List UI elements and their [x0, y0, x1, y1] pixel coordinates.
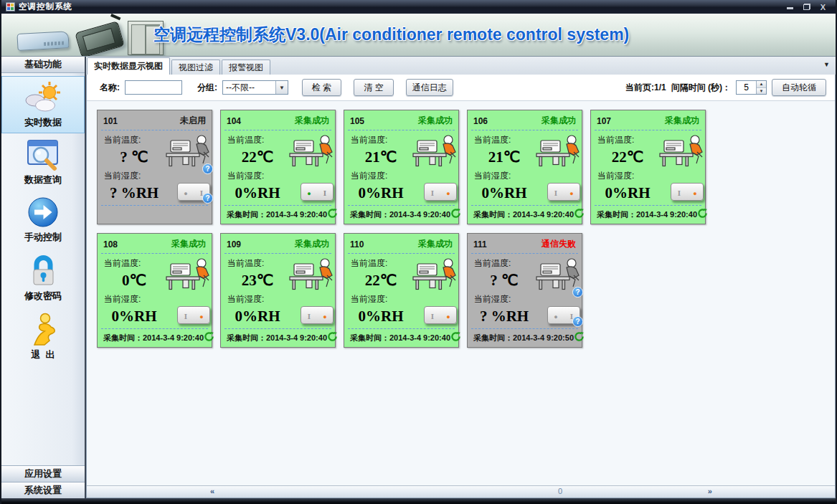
spinner-up-icon[interactable]: ▲ [757, 81, 766, 88]
humidity-label: 当前湿度: [473, 292, 536, 306]
device-id: 105 [350, 116, 364, 126]
switch-icon-wrap: ? [547, 306, 580, 324]
air-conditioner-icon [412, 257, 457, 292]
sidebar-item-exit[interactable]: 退 出 [1, 307, 85, 366]
search-button[interactable]: 检 索 [302, 79, 341, 96]
power-switch[interactable] [547, 183, 580, 201]
device-card[interactable]: 101 未启用 当前温度: ? ℃ 当前湿度: ? %RH [97, 110, 212, 224]
name-input[interactable] [125, 80, 182, 95]
switch-icon-wrap: ? [177, 183, 210, 201]
power-switch[interactable] [177, 306, 210, 324]
refresh-icon-wrap[interactable] [450, 331, 461, 345]
collect-time: 采集时间：2014-3-4 9:20:40 [350, 333, 450, 343]
sidebar-item-manual-control[interactable]: 手动控制 [1, 191, 85, 248]
interval-input[interactable] [737, 81, 756, 94]
device-icons: ? ? [289, 256, 334, 328]
status-badge: 采集成功 [665, 115, 699, 127]
pager-last-icon[interactable]: » [708, 487, 712, 495]
temp-label: 当前温度: [226, 133, 289, 147]
card-header: 109 采集成功 [226, 237, 330, 253]
temp-value: 23℃ [226, 270, 289, 292]
temp-label: 当前温度: [473, 133, 536, 147]
comm-log-button[interactable]: 通信日志 [406, 79, 453, 96]
humidity-label: 当前湿度: [349, 292, 412, 306]
humidity-label: 当前湿度: [226, 168, 289, 183]
device-card[interactable]: 107 采集成功 当前温度: 22℃ 当前湿度: 0%RH [590, 110, 706, 224]
tab-view-filter[interactable]: 视图过滤 [171, 60, 220, 75]
humidity-value: 0%RH [473, 183, 536, 204]
status-badge: 采集成功 [295, 115, 329, 127]
tab-alarm-view[interactable]: 报警视图 [222, 60, 270, 75]
refresh-icon-wrap[interactable] [574, 331, 585, 345]
device-icons: ? ? [412, 133, 457, 205]
air-conditioner-icon [289, 257, 334, 292]
tab-realtime-view[interactable]: 实时数据显示视图 [87, 57, 170, 75]
refresh-icon-wrap[interactable] [574, 208, 585, 222]
switch-right-cell [440, 186, 456, 198]
restore-icon[interactable] [803, 4, 810, 10]
refresh-icon-wrap[interactable] [327, 331, 338, 345]
collect-time: 采集时间：2014-3-4 9:20:50 [473, 333, 574, 343]
power-switch[interactable] [424, 306, 457, 324]
device-card[interactable]: 110 采集成功 当前温度: 22℃ 当前湿度: 0%RH [344, 233, 459, 348]
collect-time: 采集时间：2014-3-4 9:20:40 [103, 333, 204, 343]
ac-unit-icon-wrap: ? [412, 257, 457, 295]
humidity-value: 0%RH [103, 306, 166, 328]
temp-label: 当前温度: [103, 256, 166, 270]
sidebar-item-change-password[interactable]: 修改密码 [1, 248, 85, 307]
device-card[interactable]: 109 采集成功 当前温度: 23℃ 当前湿度: 0%RH [220, 233, 336, 348]
card-body: 当前温度: 22℃ 当前湿度: 0%RH [226, 130, 330, 205]
minimize-icon[interactable] [787, 4, 793, 10]
sidebar-item-realtime-data[interactable]: 实时数据 [1, 76, 85, 133]
readings: 当前温度: 22℃ 当前湿度: 0%RH [349, 256, 412, 328]
refresh-icon-wrap[interactable] [327, 208, 338, 222]
card-header: 106 采集成功 [473, 113, 577, 130]
clear-button[interactable]: 清 空 [354, 79, 393, 96]
switch-icon-wrap: ? [671, 183, 704, 201]
spinner-down-icon[interactable]: ▼ [757, 88, 766, 95]
ac-unit-icon-wrap: ? [166, 257, 210, 295]
collect-time: 采集时间：2014-3-4 9:20:40 [597, 209, 697, 220]
sidebar-item-app-settings[interactable]: 应用设置 [1, 465, 85, 482]
humidity-label: 当前湿度: [226, 292, 289, 306]
ac-unit-icon-wrap: ? [536, 134, 580, 171]
device-card[interactable]: 106 采集成功 当前温度: 21℃ 当前湿度: 0%RH [467, 110, 582, 224]
device-card[interactable]: 105 采集成功 当前温度: 21℃ 当前湿度: 0%RH [344, 110, 459, 224]
power-switch[interactable] [424, 183, 457, 201]
sidebar: 基础功能 实时数据 [1, 57, 86, 498]
refresh-icon [574, 208, 585, 219]
temp-value: 0℃ [103, 270, 166, 292]
status-badge: 采集成功 [295, 238, 329, 250]
tab-page: 名称: 分组: --不限-- ▼ 检 索 清 空 通信日志 当前页:1/1 间隔… [86, 75, 836, 498]
air-conditioner-icon [659, 134, 704, 168]
air-conditioner-icon [166, 257, 210, 292]
refresh-icon-wrap[interactable] [450, 208, 461, 222]
ac-unit-icon-wrap: ? [289, 134, 334, 171]
device-id: 111 [473, 239, 487, 249]
pager-first-icon[interactable]: « [210, 487, 214, 495]
chevron-down-icon[interactable]: ▼ [275, 81, 288, 94]
refresh-icon-wrap[interactable] [697, 208, 708, 222]
tab-overflow-arrow-icon[interactable]: ▼ [823, 61, 830, 68]
sidebar-item-system-settings[interactable]: 系统设置 [1, 482, 85, 498]
auto-cycle-button[interactable]: 自动轮循 [772, 79, 826, 96]
device-card[interactable]: 108 采集成功 当前温度: 0℃ 当前湿度: 0%RH [97, 233, 212, 348]
sidebar-item-data-query[interactable]: 数据查询 [1, 133, 85, 191]
ac-unit-icon-wrap: ? [289, 257, 334, 295]
card-footer: 采集时间：2014-3-4 9:20:40 [226, 206, 330, 222]
refresh-icon-wrap[interactable] [204, 331, 214, 345]
group-select[interactable]: --不限-- ▼ [222, 80, 288, 95]
device-card[interactable]: 111 通信失败 当前温度: ? ℃ 当前湿度: ? %RH [467, 233, 582, 348]
card-header: 105 采集成功 [349, 113, 453, 130]
device-card[interactable]: 104 采集成功 当前温度: 22℃ 当前湿度: 0%RH [220, 110, 336, 224]
switch-left-cell [301, 186, 317, 198]
close-icon[interactable]: X [821, 4, 826, 11]
status-badge: 采集成功 [418, 238, 453, 250]
power-switch[interactable] [301, 183, 334, 201]
device-icons: ? ? [659, 133, 704, 205]
power-switch[interactable] [301, 306, 334, 324]
readings: 当前温度: 0℃ 当前湿度: 0%RH [103, 256, 166, 328]
card-footer: 采集时间：2014-3-4 9:20:40 [473, 206, 577, 222]
window-title: 空调控制系统 [19, 1, 72, 12]
power-switch[interactable] [671, 183, 704, 201]
